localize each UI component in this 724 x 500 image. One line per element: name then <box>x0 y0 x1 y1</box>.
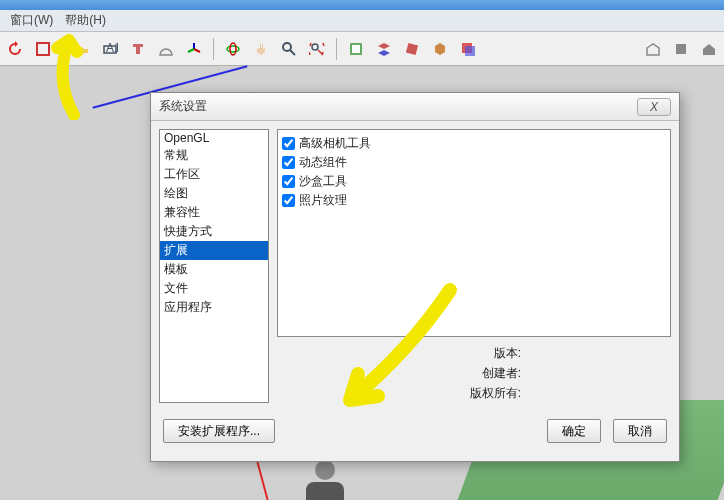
svg-point-9 <box>230 43 236 55</box>
outliner-icon[interactable] <box>345 38 367 60</box>
separator <box>336 38 337 60</box>
axes-icon[interactable] <box>183 38 205 60</box>
warehouse-icon[interactable] <box>642 38 664 60</box>
home-icon[interactable] <box>698 38 720 60</box>
zoom-extents-icon[interactable] <box>306 38 328 60</box>
svg-text:A1: A1 <box>106 41 118 55</box>
extension-label: 照片纹理 <box>299 192 347 209</box>
dialog-titlebar[interactable]: 系统设置 X <box>151 93 679 121</box>
extension-checkbox-row[interactable]: 动态组件 <box>282 153 666 172</box>
extension-checkbox[interactable] <box>282 175 295 188</box>
extensions-list: 高级相机工具动态组件沙盒工具照片纹理 <box>277 129 671 337</box>
svg-line-11 <box>290 50 295 55</box>
category-item[interactable]: 应用程序 <box>160 298 268 317</box>
extension-checkbox-row[interactable]: 沙盒工具 <box>282 172 666 191</box>
cancel-button[interactable]: 取消 <box>613 419 667 443</box>
styles-icon[interactable] <box>429 38 451 60</box>
toolbar: A1 <box>0 32 724 66</box>
category-item[interactable]: OpenGL <box>160 130 268 146</box>
tape-icon[interactable] <box>71 38 93 60</box>
menu-window[interactable]: 窗口(W) <box>4 10 59 31</box>
svg-point-10 <box>283 43 291 51</box>
extension-checkbox[interactable] <box>282 156 295 169</box>
menu-help[interactable]: 帮助(H) <box>59 10 112 31</box>
svg-rect-0 <box>37 43 49 55</box>
svg-rect-17 <box>465 46 475 56</box>
extension-checkbox-row[interactable]: 高级相机工具 <box>282 134 666 153</box>
pan-icon[interactable] <box>250 38 272 60</box>
dimension-icon[interactable]: A1 <box>99 38 121 60</box>
svg-rect-2 <box>82 49 88 53</box>
zoom-icon[interactable] <box>278 38 300 60</box>
category-list[interactable]: OpenGL常规工作区绘图兼容性快捷方式扩展模板文件应用程序 <box>159 129 269 403</box>
extension-checkbox[interactable] <box>282 137 295 150</box>
orbit-icon[interactable] <box>222 38 244 60</box>
extension-label: 动态组件 <box>299 154 347 171</box>
svg-line-6 <box>194 49 200 52</box>
dialog-title: 系统设置 <box>159 98 637 115</box>
svg-point-12 <box>312 44 318 50</box>
version-label: 版本: <box>277 343 671 363</box>
section-icon[interactable] <box>401 38 423 60</box>
copyright-label: 版权所有: <box>277 383 671 403</box>
window-titlebar <box>0 0 724 10</box>
install-extension-button[interactable]: 安装扩展程序... <box>163 419 275 443</box>
extension-checkbox[interactable] <box>282 194 295 207</box>
svg-rect-18 <box>676 44 686 54</box>
category-item[interactable]: 兼容性 <box>160 203 268 222</box>
ok-button[interactable]: 确定 <box>547 419 601 443</box>
separator <box>62 38 63 60</box>
svg-rect-15 <box>406 42 418 54</box>
system-settings-dialog: 系统设置 X OpenGL常规工作区绘图兼容性快捷方式扩展模板文件应用程序 高级… <box>150 92 680 462</box>
category-item[interactable]: 常规 <box>160 146 268 165</box>
scale-figure <box>280 460 370 500</box>
components-icon[interactable] <box>670 38 692 60</box>
separator <box>213 38 214 60</box>
menubar: 窗口(W) 帮助(H) <box>0 10 724 32</box>
shadows-icon[interactable] <box>457 38 479 60</box>
category-item[interactable]: 工作区 <box>160 165 268 184</box>
category-item[interactable]: 扩展 <box>160 241 268 260</box>
refresh-icon[interactable] <box>4 38 26 60</box>
extension-label: 高级相机工具 <box>299 135 371 152</box>
category-item[interactable]: 文件 <box>160 279 268 298</box>
protractor-icon[interactable] <box>155 38 177 60</box>
category-item[interactable]: 绘图 <box>160 184 268 203</box>
svg-line-7 <box>188 49 194 52</box>
extension-checkbox-row[interactable]: 照片纹理 <box>282 191 666 210</box>
creator-label: 创建者: <box>277 363 671 383</box>
category-item[interactable]: 模板 <box>160 260 268 279</box>
new-doc-icon[interactable] <box>32 38 54 60</box>
svg-rect-14 <box>352 45 360 53</box>
close-button[interactable]: X <box>637 98 671 116</box>
category-item[interactable]: 快捷方式 <box>160 222 268 241</box>
extension-meta: 版本: 创建者: 版权所有: <box>277 337 671 403</box>
layers-icon[interactable] <box>373 38 395 60</box>
extension-label: 沙盒工具 <box>299 173 347 190</box>
svg-point-8 <box>227 46 239 52</box>
text-icon[interactable] <box>127 38 149 60</box>
